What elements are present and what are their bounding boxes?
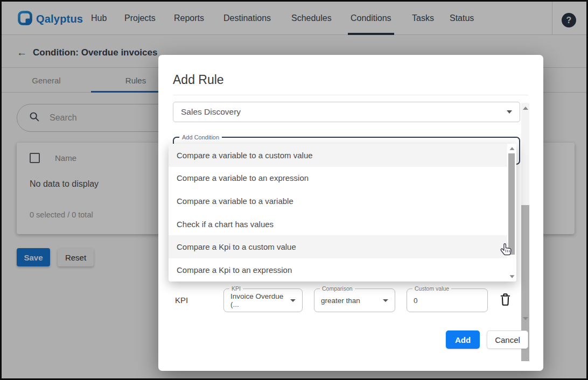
trash-icon	[499, 300, 512, 308]
dropdown-scrollbar	[507, 144, 516, 282]
kpi-select-label: KPI	[229, 285, 243, 292]
add-rule-dialog: Add Rule Sales Discovery Add Condition C…	[158, 55, 543, 371]
dropdown-scrollbar-thumb[interactable]	[508, 153, 515, 255]
option-compare-variable-variable[interactable]: Compare a variable to a variable	[169, 189, 516, 213]
comparison-select-value: greater than	[321, 297, 360, 305]
delete-rule-button[interactable]	[498, 292, 512, 308]
comparison-select[interactable]: Comparison greater than	[314, 288, 395, 312]
custom-value-input[interactable]: Custom value 0	[407, 288, 488, 312]
option-check-chart-has-values[interactable]: Check if a chart has values	[169, 213, 516, 236]
comparison-select-label: Comparison	[320, 285, 355, 292]
kpi-select[interactable]: KPI Invoice Overdue (...	[223, 288, 303, 312]
dialog-scrollbar	[521, 103, 529, 324]
dialog-title: Add Rule	[173, 73, 224, 87]
add-button[interactable]: Add	[446, 330, 480, 349]
custom-value-text: 0	[414, 297, 418, 305]
chevron-down-icon	[290, 299, 296, 302]
option-compare-variable-expression[interactable]: Compare a variable to an expression	[169, 167, 516, 190]
report-select[interactable]: Sales Discovery	[173, 102, 520, 122]
chevron-down-icon	[383, 299, 388, 302]
chevron-down-icon	[507, 110, 512, 114]
dropdown-scroll-up-icon[interactable]	[509, 147, 514, 150]
add-condition-label: Add Condition	[179, 134, 222, 140]
condition-options-dropdown: Compare a variable to a custom value Com…	[169, 144, 516, 282]
kpi-select-value: Invoice Overdue (...	[230, 292, 290, 308]
scroll-down-icon[interactable]	[523, 317, 528, 320]
option-compare-variable-custom-value[interactable]: Compare a variable to a custom value	[169, 144, 516, 167]
option-compare-kpi-custom-value[interactable]: Compare a Kpi to a custom value	[169, 235, 516, 258]
dropdown-scroll-down-icon[interactable]	[509, 275, 514, 278]
title-divider	[173, 95, 528, 95]
option-compare-kpi-expression[interactable]: Compare a Kpi to an expression	[169, 258, 516, 282]
scroll-up-icon[interactable]	[523, 107, 528, 110]
kpi-row-label: KPI	[175, 295, 188, 305]
app-window: Qalyptus Hub Projects Reports Destinatio…	[0, 0, 588, 380]
cancel-button[interactable]: Cancel	[487, 330, 528, 349]
report-select-value: Sales Discovery	[181, 107, 241, 117]
custom-value-label: Custom value	[412, 285, 451, 292]
